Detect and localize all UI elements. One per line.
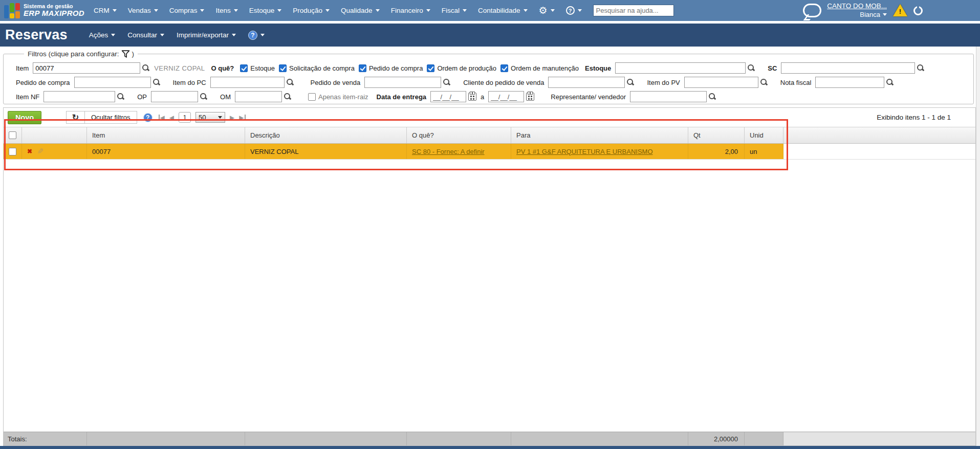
- chevron-down-icon: [200, 9, 204, 12]
- column-header-item[interactable]: Item: [87, 127, 245, 143]
- menu-estoque[interactable]: Estoque: [249, 7, 282, 14]
- search-icon[interactable]: [153, 79, 161, 86]
- pedido-venda-label: Pedido de venda: [311, 79, 361, 86]
- menu-fiscal[interactable]: Fiscal: [442, 7, 467, 14]
- vertical-scrollbar[interactable]: [976, 47, 980, 446]
- item-nf-input[interactable]: [43, 91, 115, 102]
- search-icon[interactable]: [142, 64, 150, 72]
- data-entrega-ate-input[interactable]: [488, 91, 524, 102]
- table-header-row: Item Descrição O quê? Para Qt Unid: [4, 127, 975, 144]
- search-icon[interactable]: [284, 93, 292, 101]
- delete-row-icon[interactable]: ✖: [27, 148, 32, 155]
- item-pv-input[interactable]: [684, 77, 758, 88]
- menu-qualidade[interactable]: Qualidade: [341, 7, 380, 14]
- filters-legend[interactable]: Filtros (clique para configurar: ): [24, 50, 138, 58]
- om-label: OM: [220, 93, 231, 101]
- company-link[interactable]: CANTO DO MOB...: [827, 2, 887, 11]
- menu-itens[interactable]: Itens: [215, 7, 237, 14]
- filter-checkbox-estoque[interactable]: Estoque: [240, 64, 275, 72]
- page-size-select[interactable]: 50: [195, 112, 225, 123]
- page-title: Reservas: [5, 27, 68, 43]
- search-icon[interactable]: [627, 79, 635, 86]
- table-row[interactable]: ✖ ✎ 00077 VERNIZ COPAL SC 80 - Fornec: A…: [4, 144, 975, 160]
- filters-panel: Filtros (clique para configurar: ) Item …: [3, 50, 974, 104]
- logout-power-icon[interactable]: [913, 6, 923, 15]
- page-help[interactable]: ?: [248, 31, 265, 40]
- search-icon[interactable]: [443, 79, 451, 86]
- checkbox-checked-icon: [240, 64, 248, 72]
- filter-checkbox-ordem-producao[interactable]: Ordem de produção: [427, 64, 496, 72]
- row-oque-link[interactable]: SC 80 - Fornec: A definir: [412, 148, 485, 155]
- menu-crm[interactable]: CRM: [94, 7, 117, 14]
- representante-input[interactable]: [630, 91, 707, 102]
- chat-icon[interactable]: [803, 4, 821, 17]
- search-icon[interactable]: [709, 93, 716, 101]
- row-checkbox[interactable]: [4, 144, 22, 159]
- column-header-para[interactable]: Para: [511, 127, 688, 143]
- last-page-icon[interactable]: ▶: [239, 115, 245, 121]
- om-input[interactable]: [235, 91, 282, 102]
- next-page-icon[interactable]: ▶: [230, 115, 234, 121]
- menu-acoes[interactable]: Ações: [89, 31, 116, 39]
- calendar-icon[interactable]: [526, 93, 534, 101]
- estoque-filter-input[interactable]: [615, 62, 746, 74]
- ocultar-filtros-button[interactable]: Ocultar filtros: [84, 111, 137, 124]
- search-icon[interactable]: [117, 93, 125, 101]
- page-header-bar: Reservas Ações Consultar Imprimir/export…: [0, 24, 980, 47]
- apenas-item-raiz-checkbox[interactable]: Apenas item-raiz: [308, 93, 368, 101]
- warning-icon[interactable]: !: [892, 4, 908, 17]
- column-header-oque[interactable]: O quê?: [407, 127, 511, 143]
- menu-contabilidade[interactable]: Contabilidade: [478, 7, 528, 14]
- page-number-input[interactable]: 1: [179, 112, 191, 123]
- pedido-venda-input[interactable]: [364, 77, 441, 88]
- search-icon[interactable]: [917, 64, 925, 72]
- estoque-label: Estoque: [585, 64, 611, 72]
- search-icon[interactable]: [886, 79, 894, 86]
- menu-compras[interactable]: Compras: [169, 7, 205, 14]
- calendar-icon[interactable]: [468, 93, 476, 101]
- menu-financeiro[interactable]: Financeiro: [391, 7, 430, 14]
- help-menu[interactable]: ?: [566, 6, 582, 15]
- column-header-descricao[interactable]: Descrição: [245, 127, 407, 143]
- op-input[interactable]: [151, 91, 198, 102]
- filter-checkbox-solicitacao-compra[interactable]: Solicitação de compra: [279, 64, 355, 72]
- menu-consultar[interactable]: Consultar: [127, 31, 164, 39]
- item-filter-input[interactable]: [33, 62, 140, 74]
- search-icon[interactable]: [760, 79, 768, 86]
- data-entrega-de-input[interactable]: [430, 91, 466, 102]
- grid-help-icon[interactable]: ?: [143, 113, 153, 122]
- row-para-link[interactable]: PV 1 #1 G&F ARQUITETURA E URBANISMO: [516, 148, 653, 155]
- checkbox-checked-icon: [359, 64, 366, 72]
- search-icon[interactable]: [748, 64, 755, 72]
- novo-button[interactable]: Novo: [8, 111, 41, 124]
- search-icon[interactable]: [287, 79, 294, 86]
- menu-producao[interactable]: Produção: [293, 7, 330, 14]
- chevron-down-icon: [426, 9, 430, 12]
- chevron-down-icon: [524, 9, 528, 12]
- search-icon[interactable]: [200, 93, 208, 101]
- select-all-checkbox[interactable]: [4, 127, 22, 143]
- menu-vendas[interactable]: Vendas: [128, 7, 158, 14]
- nota-fiscal-input[interactable]: [815, 77, 884, 88]
- filter-row-2: Pedido de compra Item do PC Pedido de ve…: [8, 77, 969, 88]
- filter-checkbox-ordem-manutencao[interactable]: Ordem de manutenção: [500, 64, 579, 72]
- edit-row-icon[interactable]: ✎: [37, 147, 44, 156]
- chevron-down-icon: [154, 9, 158, 12]
- sc-filter-input[interactable]: [781, 62, 915, 74]
- menu-imprimir-exportar[interactable]: Imprimir/exportar: [177, 31, 236, 39]
- cliente-pv-input[interactable]: [548, 77, 625, 88]
- settings-menu[interactable]: ⚙: [539, 6, 555, 15]
- help-search-input[interactable]: [593, 5, 674, 16]
- refresh-button[interactable]: ↻: [66, 111, 84, 124]
- row-descricao: VERNIZ COPAL: [245, 144, 407, 159]
- user-menu[interactable]: Bianca: [860, 11, 887, 19]
- column-header-unid[interactable]: Unid: [745, 127, 783, 143]
- first-page-icon[interactable]: ◀: [159, 115, 165, 121]
- column-header-qt[interactable]: Qt: [688, 127, 745, 143]
- item-pc-input[interactable]: [210, 77, 285, 88]
- logo-icon: [4, 3, 20, 18]
- previous-page-icon[interactable]: ◀: [169, 115, 174, 121]
- pedido-compra-input[interactable]: [74, 77, 151, 88]
- row-item-code: 00077: [87, 144, 245, 159]
- filter-checkbox-pedido-compra[interactable]: Pedido de compra: [359, 64, 423, 72]
